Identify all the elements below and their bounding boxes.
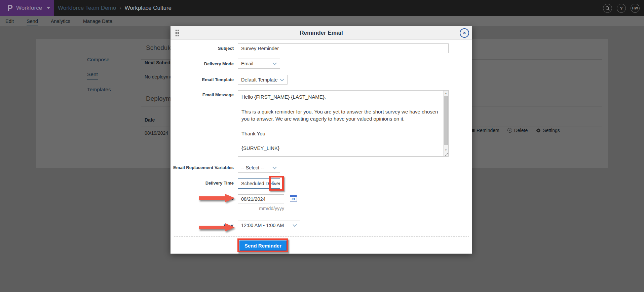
scrollbar-thumb[interactable] bbox=[444, 96, 448, 145]
header-actions: ? HW bbox=[603, 4, 640, 13]
email-message-label: Email Message bbox=[171, 92, 234, 97]
footer-divider bbox=[174, 236, 469, 237]
chevron-down-icon bbox=[293, 223, 297, 227]
breadcrumb-parent-link[interactable]: Workforce Team Demo bbox=[58, 5, 116, 11]
resize-handle[interactable] bbox=[445, 153, 448, 156]
date-label: Date bbox=[171, 196, 234, 201]
delivery-mode-value: Email bbox=[241, 61, 253, 66]
chevron-down-icon bbox=[272, 61, 277, 65]
scrollbar-down-icon[interactable]: ▼ bbox=[444, 148, 448, 152]
modal-header[interactable]: Reminder Email ✕ bbox=[171, 26, 472, 40]
email-message-textarea[interactable]: Hello {FIRST_NAME} {LAST_NAME}, This is … bbox=[238, 90, 449, 157]
breadcrumb: Workforce Team Demo › Workplace Culture bbox=[58, 0, 172, 16]
hour-value: 12:00 AM - 1:00 AM bbox=[241, 223, 284, 228]
breadcrumb-current: Workplace Culture bbox=[125, 5, 172, 11]
replacement-variables-label: Email Replacement Variables bbox=[171, 165, 234, 170]
delivery-time-label: Delivery Time bbox=[171, 181, 234, 186]
chevron-down-icon bbox=[280, 77, 284, 81]
search-button[interactable] bbox=[603, 4, 612, 13]
scrollbar-up-icon[interactable]: ▲ bbox=[444, 91, 448, 95]
chevron-down-icon bbox=[272, 165, 277, 169]
app-header: P Workforce Workforce Team Demo › Workpl… bbox=[0, 0, 644, 16]
search-icon bbox=[605, 6, 610, 11]
questionpro-logo-icon: P bbox=[7, 4, 13, 12]
email-template-value: Default Template bbox=[241, 77, 278, 83]
help-icon: ? bbox=[620, 6, 623, 11]
scrollbar[interactable]: ▲ ▼ bbox=[443, 91, 448, 156]
hour-label: Hour bbox=[171, 223, 234, 228]
date-input[interactable]: 08/21/2024 bbox=[238, 194, 284, 203]
avatar[interactable]: HW bbox=[631, 4, 640, 13]
close-icon[interactable]: ✕ bbox=[460, 28, 469, 38]
reminder-email-modal: Reminder Email ✕ Subject Survey Reminder… bbox=[171, 26, 472, 254]
workforce-product-menu[interactable]: P Workforce bbox=[0, 0, 54, 16]
send-reminder-button[interactable]: Send Reminder bbox=[239, 240, 287, 251]
date-format-hint: mm/dd/yyyy bbox=[238, 206, 284, 211]
delivery-mode-select[interactable]: Email bbox=[238, 59, 280, 69]
delivery-mode-label: Delivery Mode bbox=[171, 61, 234, 66]
replacement-variables-value: -- Select -- bbox=[241, 165, 264, 170]
chevron-down-icon bbox=[47, 7, 50, 9]
breadcrumb-separator: › bbox=[119, 5, 121, 11]
help-button[interactable]: ? bbox=[617, 4, 626, 13]
email-template-label: Email Template bbox=[171, 77, 234, 82]
calendar-icon-day: 31 bbox=[290, 197, 297, 201]
delivery-time-select[interactable]: Scheduled Delivery bbox=[238, 178, 280, 189]
brand-name: Workforce bbox=[16, 5, 42, 11]
calendar-icon[interactable]: 31 bbox=[290, 195, 297, 202]
subject-input[interactable]: Survey Reminder bbox=[238, 43, 449, 53]
screen: P Workforce Workforce Team Demo › Workpl… bbox=[0, 0, 644, 292]
avatar-initials: HW bbox=[632, 6, 638, 10]
email-template-select[interactable]: Default Template bbox=[238, 75, 288, 85]
subject-label: Subject bbox=[171, 46, 234, 51]
email-message-text[interactable]: Hello {FIRST_NAME} {LAST_NAME}, This is … bbox=[238, 91, 443, 156]
modal-title: Reminder Email bbox=[171, 26, 472, 40]
replacement-variables-select[interactable]: -- Select -- bbox=[238, 163, 280, 173]
hour-select[interactable]: 12:00 AM - 1:00 AM bbox=[238, 221, 300, 230]
